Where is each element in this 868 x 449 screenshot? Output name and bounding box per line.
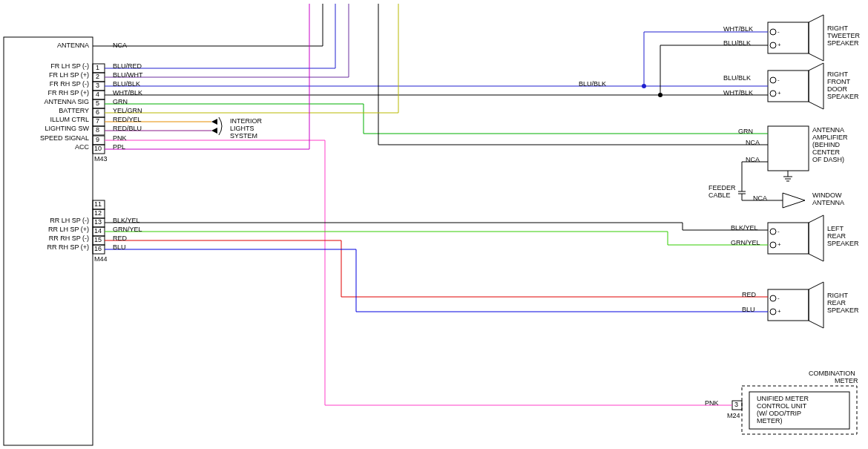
sym-neg4: -	[777, 295, 780, 301]
pin-3: 3	[96, 82, 99, 89]
wc-blkyell: BLK/YEL	[113, 217, 140, 224]
wc-ncaamp2: NCA	[746, 156, 760, 163]
wc-whtblkl: WHT/BLK	[113, 89, 142, 96]
label-lighting: LIGHTING SW	[45, 125, 89, 132]
rt-fd4: SPEAKER	[827, 93, 859, 100]
pin-1: 1	[96, 64, 99, 71]
wc-blublkr1: BLU/BLK	[723, 39, 751, 47]
wc-redyel: RED/YEL	[113, 116, 142, 123]
svg-rect-19	[768, 71, 809, 102]
wc-pnkr: PNK	[705, 399, 719, 407]
label-rrlhn: RR LH SP (-)	[50, 217, 89, 224]
pin-16: 16	[94, 245, 102, 252]
sym-neg2: -	[777, 76, 780, 83]
amp4: CENTER	[812, 148, 840, 156]
sym-pos1: +	[777, 42, 781, 48]
comb: COMBINATION	[809, 370, 855, 377]
conn-m43: M43	[94, 155, 108, 163]
feeder: FEEDER	[708, 184, 736, 191]
um2: CONTROL UNIT	[757, 402, 806, 410]
rr2: REAR	[827, 299, 846, 307]
wc-redl: RED	[113, 235, 127, 242]
wc-ncaamp1: NCA	[746, 139, 760, 146]
wc-blublkr2: BLU/BLK	[723, 74, 751, 82]
lr2: REAR	[827, 232, 846, 240]
label-frrhn: FR RH SP (-)	[50, 80, 89, 88]
sym-pos3: +	[777, 241, 781, 248]
rt-fd3: DOOR	[827, 85, 847, 93]
conn-m24: M24	[727, 412, 740, 419]
sym-neg3: -	[777, 228, 780, 235]
rr3: SPEAKER	[827, 307, 859, 314]
nca-ant: NCA	[753, 194, 767, 202]
win1: WINDOW	[812, 191, 842, 199]
label-rrrhn: RR RH SP (-)	[49, 235, 89, 242]
svg-rect-30	[768, 289, 809, 321]
rr1: RIGHT	[827, 292, 848, 299]
pin-14: 14	[94, 227, 102, 235]
lr1: LEFT	[827, 225, 844, 232]
pin3r: 3	[734, 401, 738, 408]
label-antenna: ANTENNA	[57, 42, 89, 49]
pin-12: 12	[94, 209, 102, 217]
wc-blkyelr: BLK/YEL	[731, 224, 758, 232]
conn-m44: M44	[94, 255, 108, 263]
label-speed: SPEED SIGNAL	[40, 134, 89, 142]
wc-redblu: RED/BLU	[113, 125, 142, 132]
amp2: AMPLIFIER	[812, 134, 848, 141]
wc-blublkl: BLU/BLK	[113, 80, 140, 88]
blk-int3: SYSTEM	[230, 132, 257, 140]
pin-13: 13	[94, 218, 102, 226]
pin-2: 2	[96, 73, 99, 80]
label-batt: BATTERY	[59, 107, 89, 114]
label-rrrhp: RR RH SP (+)	[47, 243, 89, 251]
wc-grnl: GRN	[113, 98, 128, 105]
lr3: SPEAKER	[827, 240, 859, 247]
blk-int1: INTERIOR	[230, 117, 262, 125]
label-illum: ILLUM CTRL	[50, 116, 89, 123]
wc-redr: RED	[742, 291, 756, 298]
wc-whtblkr1: WHT/BLK	[723, 25, 753, 33]
pin-6: 6	[96, 108, 99, 116]
svg-marker-31	[809, 282, 823, 328]
label-frlhp: FR LH SP (+)	[49, 71, 89, 79]
label-rrlhp: RR LH SP (+)	[48, 226, 89, 233]
svg-rect-28	[768, 223, 809, 254]
svg-point-82	[770, 242, 776, 248]
pin-5: 5	[96, 99, 99, 107]
pin-11: 11	[94, 200, 102, 208]
label-frrhp: FR RH SP (+)	[47, 89, 89, 96]
wc-bluwht: BLU/WHT	[113, 71, 143, 79]
svg-point-79	[770, 77, 776, 83]
sym-pos2: +	[777, 90, 781, 96]
pin-9: 9	[96, 136, 99, 143]
pin-8: 8	[96, 126, 99, 134]
pin-4: 4	[96, 91, 99, 98]
label-frlhn: FR LH SP (-)	[50, 62, 89, 70]
svg-marker-26	[783, 193, 805, 208]
svg-rect-17	[768, 22, 809, 53]
um3: (W/ ODO/TRIP	[757, 410, 801, 417]
svg-point-80	[770, 91, 776, 96]
wc-ppl: PPL	[113, 143, 125, 151]
wc-yelgrn: YEL/GRN	[113, 107, 142, 114]
sym-pos4: +	[777, 308, 781, 315]
um1: UNIFIED METER	[757, 395, 809, 402]
sym-neg1: -	[777, 28, 780, 35]
wc-blured: BLU/RED	[113, 62, 142, 70]
wc-grnr: GRN	[738, 128, 753, 135]
pin-7: 7	[96, 117, 99, 125]
rt-fd1: RIGHT	[827, 71, 848, 78]
amp3: (BEHIND	[812, 141, 840, 148]
svg-point-81	[770, 229, 776, 235]
label-acc: ACC	[75, 143, 89, 151]
amp1: ANTENNA	[812, 126, 844, 134]
um4: METER)	[757, 417, 783, 425]
meter: METER	[835, 377, 858, 384]
svg-marker-29	[809, 215, 823, 261]
amp5: OF DASH)	[812, 156, 844, 163]
wc-blul: BLU	[113, 243, 126, 251]
svg-point-77	[770, 29, 776, 35]
svg-rect-21	[768, 126, 809, 171]
wc-grnyell: GRN/YEL	[113, 226, 142, 233]
